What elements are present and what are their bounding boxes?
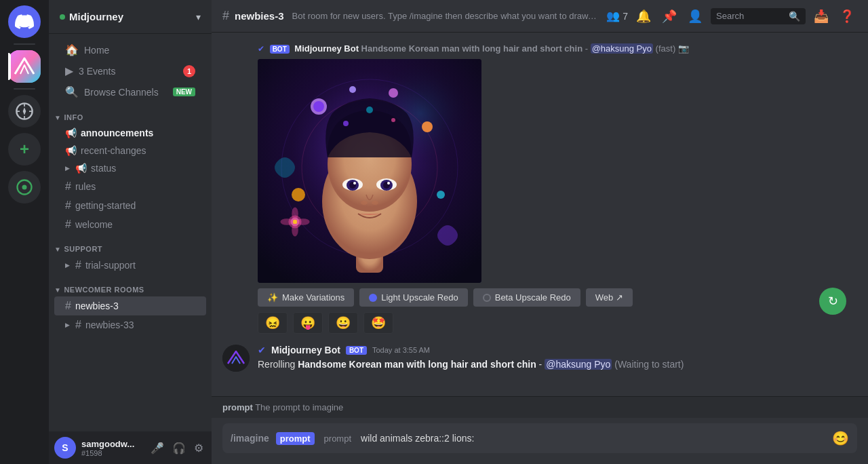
svg-point-13 — [437, 191, 445, 199]
bot-badge-compact: BOT — [270, 45, 290, 54]
user-avatar: S — [54, 437, 76, 459]
search-bar[interactable]: 🔍 — [711, 8, 806, 24]
web-button[interactable]: Web ↗ — [586, 288, 633, 307]
discord-home-icon[interactable] — [8, 5, 41, 38]
channel-recent-changes[interactable]: 📢 recent-changes — [54, 142, 206, 159]
message-header: ✔ Midjourney Bot BOT Today at 3:55 AM — [258, 345, 857, 355]
svg-point-11 — [313, 101, 324, 112]
channel-sidebar: Midjourney ▾ 🏠 Home ▶ 3 Events 1 🔍 Brows… — [49, 0, 212, 464]
reaction-btn-0[interactable]: 😖 — [258, 312, 288, 334]
svg-point-4 — [22, 185, 27, 190]
make-variations-button[interactable]: ✨ Make Variations — [258, 288, 354, 307]
refresh-button[interactable]: ↻ — [819, 288, 846, 315]
sidebar-item-events[interactable]: ▶ 3 Events 1 — [54, 60, 206, 81]
category-support[interactable]: ▼ SUPPORT — [49, 234, 212, 256]
author-compact[interactable]: Midjourney Bot — [294, 43, 359, 54]
command-tag: prompt — [276, 432, 315, 445]
reaction-btn-2[interactable]: 😀 — [328, 312, 358, 334]
top-bar-actions: 👥 7 🔔 📌 👤 🔍 📥 ❓ — [606, 6, 857, 26]
search-input[interactable] — [716, 11, 785, 21]
emoji-button[interactable]: 😊 — [832, 430, 849, 446]
svg-point-30 — [387, 182, 390, 185]
explore-icon[interactable] — [8, 171, 41, 204]
light-upscale-redo-button[interactable]: Light Upscale Redo — [359, 288, 467, 307]
svg-point-22 — [366, 107, 373, 113]
imagine-input[interactable] — [361, 433, 827, 444]
variations-icon: ✨ — [267, 292, 278, 303]
active-indicator — [8, 53, 11, 80]
channel-newbies-33[interactable]: ▶ # newbies-33 — [54, 315, 206, 334]
help-icon[interactable]: ❓ — [837, 6, 857, 26]
members-panel-icon[interactable]: 👤 — [685, 6, 705, 26]
input-area: /imagine prompt prompt 😊 — [212, 418, 868, 464]
add-server-icon[interactable]: + — [8, 133, 41, 166]
server-sidebar: + — [0, 0, 49, 464]
chevron-newbies33: ▶ — [65, 322, 70, 328]
channel-name-header: # newbies-3 — [222, 9, 284, 23]
prompt-tag: prompt — [324, 433, 351, 444]
notification-icon[interactable]: 🔔 — [633, 6, 654, 26]
category-newcomer[interactable]: ▼ NEWCOMER ROOMS — [49, 275, 212, 296]
svg-point-36 — [296, 218, 309, 225]
server-header[interactable]: Midjourney ▾ — [49, 0, 212, 34]
channel-announcements[interactable]: 📢 announcements — [54, 124, 206, 142]
slash-command-label: /imagine — [231, 433, 269, 444]
messages-area: ✔ BOT Midjourney Bot Handsome Korean man… — [212, 33, 868, 396]
sidebar-item-browse[interactable]: 🔍 Browse Channels NEW — [54, 81, 206, 102]
svg-point-21 — [391, 118, 395, 122]
compass-server-icon[interactable] — [8, 95, 41, 128]
channel-newbies-3[interactable]: # newbies-3 👤+ — [54, 296, 206, 315]
top-bar: # newbies-3 Bot room for new users. Type… — [212, 0, 868, 33]
server-item-add[interactable]: + — [8, 133, 41, 166]
hash-icon-2: # — [65, 199, 71, 212]
username: samgoodw... — [81, 439, 142, 449]
chevron-icon-status: ▶ — [65, 165, 70, 172]
svg-point-37 — [280, 218, 293, 225]
verified-icon: ✔ — [258, 345, 266, 355]
server-item-discord[interactable] — [8, 5, 41, 38]
light-upscale-icon — [369, 294, 377, 302]
compact-message-text: ✔ BOT Midjourney Bot Handsome Korean man… — [258, 43, 689, 54]
prompt-hint-bar: prompt The prompt to imagine — [212, 396, 868, 418]
channel-welcome[interactable]: # welcome — [54, 215, 206, 234]
server-item-explore[interactable] — [8, 171, 41, 204]
chevron-icon: ▼ — [54, 114, 61, 121]
reaction-btn-3[interactable]: 🤩 — [363, 312, 393, 334]
svg-point-16 — [389, 88, 398, 98]
message-author[interactable]: Midjourney Bot — [271, 345, 340, 355]
input-box: /imagine prompt prompt 😊 — [222, 423, 857, 453]
mention[interactable]: @haksung Pyo — [545, 359, 612, 370]
bot-avatar — [222, 345, 250, 372]
server-name: Midjourney — [60, 11, 123, 22]
online-dot — [60, 14, 65, 20]
hash-icon-4: # — [75, 259, 81, 271]
channel-rules[interactable]: # rules — [54, 177, 206, 196]
sidebar-item-home[interactable]: 🏠 Home — [54, 39, 206, 60]
image-wrapper — [258, 59, 857, 283]
svg-point-32 — [372, 201, 378, 205]
svg-point-14 — [292, 188, 305, 201]
category-info[interactable]: ▼ INFO — [49, 102, 212, 124]
channel-getting-started[interactable]: # getting-started — [54, 196, 206, 215]
server-item-compass[interactable] — [8, 95, 41, 128]
server-item-midjourney[interactable] — [8, 50, 41, 83]
headset-icon[interactable]: 🎧 — [170, 439, 189, 457]
beta-upscale-redo-button[interactable]: Beta Upscale Redo — [473, 288, 580, 307]
events-icon: ▶ — [65, 64, 73, 77]
microphone-icon[interactable]: 🎤 — [148, 439, 167, 457]
settings-icon[interactable]: ⚙ — [191, 439, 206, 457]
action-buttons: ✨ Make Variations Light Upscale Redo Bet… — [258, 288, 857, 307]
channel-hash-icon: # — [222, 9, 229, 23]
svg-point-40 — [222, 345, 250, 372]
midjourney-server-icon[interactable] — [8, 50, 41, 83]
home-icon: 🏠 — [65, 43, 79, 56]
channel-trial-support[interactable]: ▶ # trial-support — [54, 256, 206, 275]
inbox-icon[interactable]: 📥 — [811, 6, 831, 26]
main-content: # newbies-3 Bot room for new users. Type… — [212, 0, 868, 464]
message-text: Rerolling Handsome Korean man with long … — [258, 358, 857, 372]
reaction-btn-1[interactable]: 😛 — [293, 312, 323, 334]
chevron-icon-support: ▼ — [54, 246, 61, 253]
channel-status-category[interactable]: ▶ 📢 status — [54, 159, 206, 177]
pin-icon[interactable]: 📌 — [659, 6, 679, 26]
browse-icon: 🔍 — [65, 85, 79, 98]
